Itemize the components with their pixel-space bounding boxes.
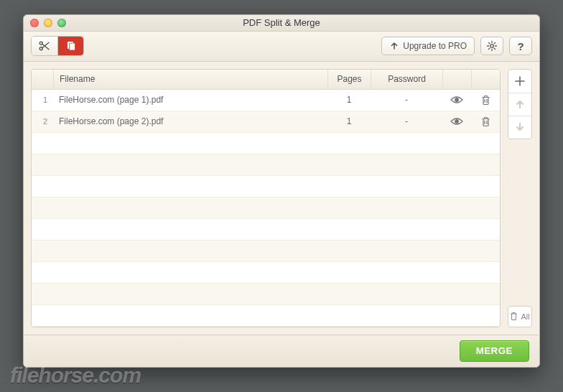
empty-row [32, 305, 500, 327]
svg-point-5 [455, 98, 459, 102]
row-index: 2 [32, 111, 53, 132]
trash-icon [510, 312, 518, 321]
move-up-button[interactable] [508, 93, 531, 116]
empty-row [32, 133, 500, 154]
col-password[interactable]: Password [371, 70, 442, 89]
table-row[interactable]: 2 FileHorse.com (page 2).pdf 1 - [32, 111, 500, 133]
delete-row-button[interactable] [471, 111, 500, 132]
upload-arrow-icon [389, 41, 399, 51]
upgrade-label: Upgrade to PRO [403, 41, 467, 51]
help-button[interactable]: ? [509, 37, 532, 55]
empty-row [32, 241, 500, 262]
preview-button[interactable] [442, 90, 471, 111]
side-panel: All [508, 69, 532, 327]
row-pages: 1 [327, 90, 371, 111]
row-password: - [371, 111, 442, 132]
delete-all-button[interactable]: All [508, 306, 532, 327]
table-row[interactable]: 1 FileHorse.com (page 1).pdf 1 - [32, 90, 500, 111]
add-file-button[interactable] [508, 70, 531, 93]
gear-icon [486, 40, 498, 52]
empty-row [32, 176, 500, 197]
col-pages[interactable]: Pages [327, 70, 371, 89]
trash-icon [481, 116, 490, 127]
split-mode-button[interactable] [32, 37, 57, 55]
move-down-button[interactable] [508, 116, 531, 139]
settings-button[interactable] [480, 37, 503, 55]
table-body: 1 FileHorse.com (page 1).pdf 1 - 2 FileH… [32, 90, 500, 327]
window-title: PDF Split & Merge [24, 17, 539, 28]
toolbar: Upgrade to PRO ? [24, 32, 539, 62]
documents-icon [65, 40, 77, 52]
footer: MERGE [24, 335, 539, 368]
row-filename: FileHorse.com (page 2).pdf [53, 111, 327, 132]
upgrade-button[interactable]: Upgrade to PRO [381, 37, 475, 55]
file-table: Filename Pages Password 1 FileHorse.com … [31, 69, 501, 327]
empty-row [32, 197, 500, 219]
app-window: PDF Split & Merge Upgrade to PRO [23, 14, 540, 368]
trash-icon [481, 95, 490, 106]
row-filename: FileHorse.com (page 1).pdf [53, 90, 327, 111]
content-area: Filename Pages Password 1 FileHorse.com … [24, 62, 539, 335]
arrow-up-icon [515, 99, 525, 109]
scissors-icon [39, 41, 50, 51]
merge-button[interactable]: MERGE [460, 340, 529, 362]
merge-mode-button[interactable] [57, 37, 83, 55]
col-preview [442, 70, 471, 89]
empty-row [32, 154, 500, 176]
empty-row [32, 262, 500, 284]
empty-row [32, 284, 500, 305]
preview-button[interactable] [442, 111, 471, 132]
eye-icon [450, 117, 463, 126]
row-index: 1 [32, 90, 53, 111]
col-filename[interactable]: Filename [53, 70, 327, 89]
svg-point-4 [490, 45, 493, 47]
arrow-down-icon [515, 122, 525, 132]
svg-rect-3 [69, 43, 75, 50]
question-icon: ? [517, 40, 524, 52]
table-header: Filename Pages Password [32, 70, 500, 90]
mode-segmented-control [31, 36, 84, 56]
col-index [32, 70, 53, 89]
reorder-controls [508, 69, 532, 139]
row-password: - [371, 90, 442, 111]
titlebar: PDF Split & Merge [24, 15, 539, 32]
svg-point-6 [455, 120, 459, 123]
row-pages: 1 [327, 111, 371, 132]
col-delete [471, 70, 500, 89]
all-label: All [521, 312, 529, 321]
eye-icon [450, 95, 463, 104]
empty-row [32, 219, 500, 241]
delete-row-button[interactable] [471, 90, 500, 111]
plus-icon [515, 76, 525, 86]
